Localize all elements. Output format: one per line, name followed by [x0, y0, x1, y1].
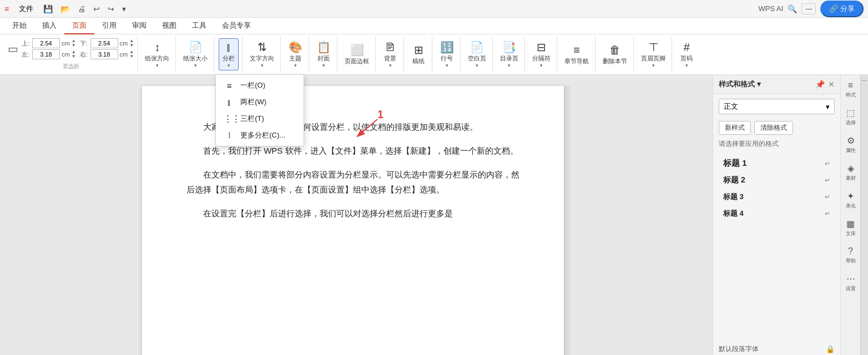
- margin-right-input[interactable]: [90, 49, 118, 59]
- margin-left-row: 左: cm ▲▼ 右: cm ▲▼: [22, 49, 134, 59]
- toc-label: 目录页: [500, 54, 518, 63]
- margin-bottom-input[interactable]: [90, 38, 118, 48]
- paper-orient-btn[interactable]: ↕ 纸张方向 ▾: [142, 39, 172, 70]
- open-icon[interactable]: 📂: [58, 3, 72, 14]
- blank-page-group: 📄 空白页 ▾: [462, 37, 493, 72]
- style-item-title1[interactable]: 标题 1 ↵: [719, 155, 835, 171]
- document-page: 大家好，今天我们来了解如何设置分栏，以使文档的排版更加美观和易读。 首先，我们打…: [142, 86, 564, 355]
- style-enter-title1: ↵: [825, 160, 830, 168]
- margin-left-label: 左:: [22, 50, 31, 59]
- style-enter-title4: ↵: [825, 210, 830, 217]
- margin-left-arrows[interactable]: ▲▼: [72, 50, 76, 59]
- columns-three-item[interactable]: ⋮⋮ 三栏(T): [216, 110, 304, 127]
- share-button[interactable]: 🔗 分享: [820, 1, 864, 17]
- tab-reference[interactable]: 引用: [94, 18, 124, 34]
- page-code-btn[interactable]: # 页码 ▾: [677, 39, 697, 70]
- sidebar-beautify-btn[interactable]: ✦ 美化: [841, 189, 860, 212]
- tab-insert[interactable]: 插入: [34, 18, 64, 34]
- margin-right-arrows[interactable]: ▲▼: [129, 50, 134, 59]
- section-nav-btn[interactable]: ≡ 章节导航: [562, 42, 592, 67]
- style-item-title3[interactable]: 标题 3 ↵: [719, 189, 835, 205]
- toc-btn[interactable]: 📑 目录页 ▾: [497, 39, 521, 70]
- style-dropdown-arrow: ▾: [826, 103, 830, 111]
- sidebar-property-label: 属性: [846, 147, 856, 154]
- title-menu: 文件: [14, 2, 38, 16]
- minimize-btn[interactable]: —: [801, 3, 816, 14]
- page-header-label: 页眉页脚: [641, 54, 665, 63]
- sidebar-material-btn[interactable]: ◈ 素材: [841, 161, 860, 184]
- tab-start[interactable]: 开始: [4, 18, 34, 34]
- paper-grid-btn[interactable]: ⊞ 稿纸: [408, 42, 428, 67]
- columns-one-label: 一栏(O): [240, 80, 265, 90]
- style-select-box[interactable]: 正文 ▾: [719, 99, 835, 114]
- dropdown-icon[interactable]: ▾: [120, 3, 128, 14]
- sidebar-settings-btn[interactable]: ⋯ 设置: [841, 271, 860, 295]
- margin-unit-top: cm: [62, 40, 70, 47]
- sidebar-help-icon: ?: [848, 246, 853, 256]
- main-area: 1 2 大家好，今天我们来了解如何设置分栏，以使文档的排版更加美观和易读。 首先…: [0, 75, 868, 355]
- page-header-arrow: ▾: [652, 63, 655, 68]
- columns-more-item[interactable]: ⁞ 更多分栏(C)...: [216, 127, 304, 144]
- page-border-btn[interactable]: ⬜ 页面边框: [342, 42, 372, 67]
- margin-top-label: 上:: [22, 39, 31, 48]
- margin-left-input[interactable]: [32, 49, 60, 59]
- doc-scrollbar[interactable]: [564, 86, 571, 355]
- default-font-label: 默认段落字体: [719, 344, 759, 354]
- clear-format-btn[interactable]: 清除格式: [754, 121, 793, 135]
- page-header-btn[interactable]: ⊤ 页眉页脚 ▾: [638, 39, 668, 70]
- margin-top-input[interactable]: [32, 38, 60, 48]
- page-code-icon: #: [684, 40, 690, 54]
- columns-dropdown: ≡ 一栏(O) ⫿ 两栏(W) ⋮⋮ 三栏(T) ⁞ 更多分栏(C)...: [215, 74, 304, 146]
- section-break-btn[interactable]: ⊟ 分隔符 ▾: [529, 39, 553, 70]
- theme-btn[interactable]: 🎨 主题 ▾: [285, 39, 305, 70]
- cover-btn[interactable]: 📋 封面 ▾: [314, 39, 334, 70]
- watermark-btn[interactable]: 🖹 背景 ▾: [380, 39, 400, 70]
- panel-pin-icon[interactable]: 📌: [815, 80, 825, 89]
- tab-page[interactable]: 页面: [64, 18, 94, 34]
- line-num-arrow: ▾: [446, 63, 448, 68]
- new-style-btn[interactable]: 新样式: [719, 121, 751, 135]
- section-nav-group: ≡ 章节导航: [558, 37, 596, 72]
- text-dir-group: ⇅ 文字方向 ▾: [244, 37, 281, 72]
- redo-icon[interactable]: ↪: [105, 3, 117, 14]
- columns-btn[interactable]: ⫿ 分栏 ▾: [219, 38, 239, 70]
- delete-blank-btn[interactable]: 🗑 删除本节: [600, 42, 630, 67]
- line-num-btn[interactable]: 🔢 行号 ▾: [437, 39, 457, 70]
- print-icon[interactable]: 🖨: [75, 3, 88, 14]
- columns-two-item[interactable]: ⫿ 两栏(W): [216, 94, 304, 110]
- paper-grid-group: ⊞ 稿纸: [405, 37, 432, 72]
- sidebar-property-btn[interactable]: ⚙ 属性: [841, 133, 860, 156]
- text-dir-btn[interactable]: ⇅ 文字方向 ▾: [247, 39, 277, 70]
- blank-page-btn[interactable]: 📄 空白页 ▾: [465, 39, 489, 70]
- search-icon[interactable]: 🔍: [788, 4, 797, 13]
- tab-view[interactable]: 视图: [154, 18, 184, 34]
- style-item-title4[interactable]: 标题 4 ↵: [719, 206, 835, 221]
- paper-orient-icon: ↕: [154, 40, 160, 54]
- columns-one-item[interactable]: ≡ 一栏(O): [216, 77, 304, 94]
- paper-size-btn[interactable]: 📄 纸张大小 ▾: [180, 39, 210, 70]
- columns-two-label: 两栏(W): [240, 97, 266, 107]
- sidebar-help-btn[interactable]: ? 帮助: [841, 244, 860, 267]
- margin-top-arrows[interactable]: ▲▼: [72, 39, 76, 48]
- tab-tools[interactable]: 工具: [184, 18, 214, 34]
- theme-icon: 🎨: [289, 40, 302, 54]
- sidebar-select-btn[interactable]: ⬚ 选择: [841, 105, 860, 129]
- minimize-bar[interactable]: —: [860, 75, 868, 355]
- tab-review[interactable]: 审阅: [124, 18, 154, 34]
- tab-vip[interactable]: 会员专享: [214, 18, 259, 34]
- margin-bottom-arrows[interactable]: ▲▼: [129, 39, 134, 48]
- page-code-arrow: ▾: [685, 63, 688, 68]
- sidebar-library-btn[interactable]: ▦ 文库: [841, 216, 860, 240]
- menu-file[interactable]: 文件: [14, 2, 38, 16]
- delete-blank-label: 删除本节: [603, 57, 627, 65]
- margin-right-label: 右:: [80, 50, 89, 59]
- undo-icon[interactable]: ↩: [91, 3, 102, 14]
- panel-close-icon[interactable]: ✕: [828, 80, 835, 89]
- save-icon[interactable]: 💾: [41, 3, 55, 14]
- style-item-title2[interactable]: 标题 2 ↵: [719, 173, 835, 188]
- style-list: 标题 1 ↵ 标题 2 ↵ 标题 3 ↵ 标题 4 ↵: [713, 153, 840, 342]
- wps-ai-btn[interactable]: WPS AI: [759, 4, 784, 13]
- paper-grid-label: 稿纸: [412, 57, 425, 65]
- sidebar-style-btn[interactable]: ≡ 样式: [841, 78, 860, 101]
- paper-grid-icon: ⊞: [414, 43, 423, 57]
